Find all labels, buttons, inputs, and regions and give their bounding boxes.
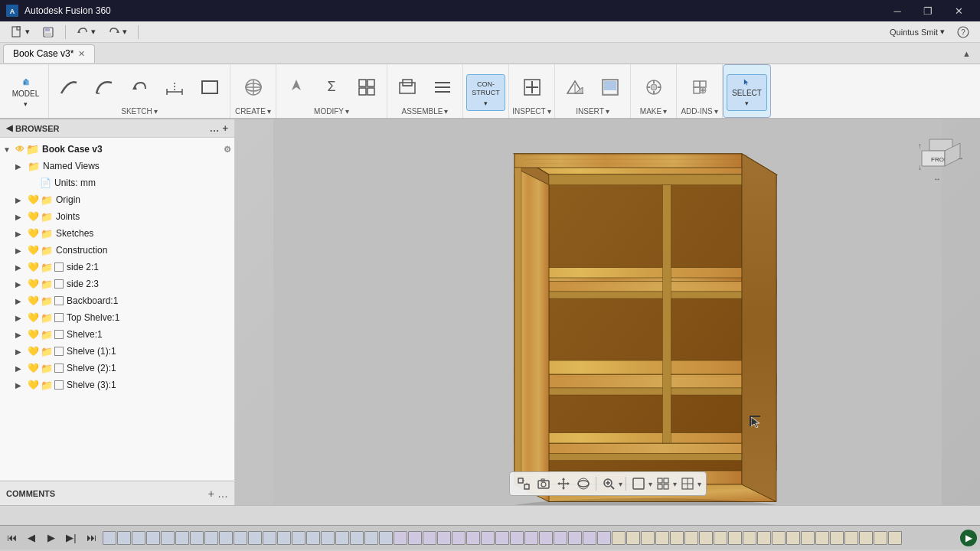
tree-item-joints[interactable]: ▶ 💛 📁 Joints [0, 208, 234, 225]
tree-item-construction[interactable]: ▶ 💛 📁 Construction [0, 242, 234, 259]
tree-item-named-views[interactable]: ▶ 📁 Named Views [0, 158, 234, 174]
topshelve1-expand[interactable]: ▶ [15, 314, 28, 322]
timeline-item[interactable] [626, 531, 640, 545]
timeline-item[interactable] [481, 531, 495, 545]
ribbon-group-assemble-label[interactable]: ASSEMBLE▾ [402, 107, 449, 118]
timeline-mark-button[interactable]: ▶ [960, 530, 977, 546]
timeline-item[interactable] [263, 531, 276, 545]
browser-options-button[interactable]: … [209, 122, 219, 134]
ribbon-btn-addins[interactable] [683, 69, 717, 106]
timeline-item[interactable] [714, 531, 727, 545]
timeline-item[interactable] [524, 531, 538, 545]
ribbon-group-create-label[interactable]: CREATE▾ [235, 107, 271, 118]
eye-icon-sketches[interactable]: 💛 [28, 228, 39, 239]
ribbon-btn-make[interactable] [637, 69, 671, 106]
tree-item-shelve31[interactable]: ▶ 💛 📁 Shelve (3):1 [0, 377, 234, 393]
timeline-item[interactable] [597, 531, 611, 545]
timeline-item[interactable] [670, 531, 684, 545]
comments-options-button[interactable]: … [217, 487, 228, 500]
ribbon-btn-arc[interactable] [87, 69, 121, 106]
timeline-item[interactable] [772, 531, 786, 545]
named-views-expand[interactable]: ▶ [15, 162, 28, 171]
grid-arrow[interactable]: ▾ [673, 480, 677, 488]
eye-icon-shelve31[interactable]: 💛 [28, 380, 39, 390]
ribbon-btn-rect[interactable] [193, 69, 227, 106]
eye-icon-origin[interactable]: 💛 [28, 194, 39, 205]
snap-arrow[interactable]: ▾ [697, 480, 701, 488]
eye-icon-side23[interactable]: 💛 [28, 279, 39, 289]
timeline-item[interactable] [466, 531, 480, 545]
ribbon-group-addins-label[interactable]: ADD-INS▾ [681, 107, 717, 118]
timeline-item[interactable] [786, 531, 800, 545]
browser-collapse-button[interactable]: ◀ [6, 123, 12, 133]
ribbon-btn-model[interactable]: MODEL ▾ [8, 74, 44, 111]
ribbon-group-sketch-label[interactable]: SKETCH▾ [121, 107, 158, 118]
eye-icon-backboard1[interactable]: 💛 [28, 295, 39, 306]
zoom-arrow[interactable]: ▾ [619, 480, 622, 488]
timeline-item[interactable] [728, 531, 742, 545]
tree-item-origin[interactable]: ▶ 💛 📁 Origin [0, 191, 234, 208]
ribbon-btn-dimension[interactable] [158, 69, 191, 106]
eye-icon-root[interactable]: 👁 [15, 144, 24, 155]
grid-dropdown[interactable]: ▾ [654, 474, 677, 493]
ribbon-btn-inspect[interactable] [515, 69, 549, 106]
tree-item-sketches[interactable]: ▶ 💛 📁 Sketches [0, 225, 234, 242]
tree-root[interactable]: ▼ 👁 📁 Book Case v3 ⚙ [0, 141, 234, 158]
snap-dropdown[interactable]: ▾ [678, 474, 701, 493]
timeline-item[interactable] [859, 531, 873, 545]
ribbon-group-inspect-label[interactable]: INSPECT▾ [512, 107, 550, 118]
eye-icon-joints[interactable]: 💛 [28, 211, 39, 222]
ribbon-btn-construct[interactable]: CON-STRUCT ▾ [466, 74, 505, 111]
timeline-item[interactable] [350, 531, 364, 545]
timeline-item[interactable] [364, 531, 378, 545]
tree-item-topshelve1[interactable]: ▶ 💛 📁 Top Shelve:1 [0, 309, 234, 326]
eye-icon-construction[interactable]: 💛 [28, 245, 39, 256]
timeline-item[interactable] [394, 531, 407, 545]
ribbon-btn-assemble1[interactable] [390, 69, 424, 106]
redo-button[interactable]: ▾ [103, 24, 132, 40]
timeline-item[interactable] [510, 531, 524, 545]
ribbon-btn-insert1[interactable] [558, 69, 592, 106]
ribbon-btn-insert2[interactable] [593, 69, 627, 106]
user-menu[interactable]: Quintus Smit ▾ [885, 25, 949, 38]
timeline-item[interactable] [132, 531, 145, 545]
document-tab[interactable]: Book Case v3* ✕ [3, 44, 95, 63]
timeline-item[interactable] [379, 531, 393, 545]
tree-item-shelve21[interactable]: ▶ 💛 📁 Shelve (2):1 [0, 360, 234, 377]
undo-arrow[interactable]: ▾ [91, 27, 96, 37]
timeline-item[interactable] [277, 531, 291, 545]
timeline-item[interactable] [190, 531, 204, 545]
timeline-end-button[interactable]: ⏭ [83, 530, 100, 546]
shelve21-expand[interactable]: ▶ [15, 364, 28, 373]
timeline-start-button[interactable]: ⏮ [3, 530, 20, 546]
timeline-item[interactable] [306, 531, 320, 545]
timeline-item[interactable] [495, 531, 509, 545]
timeline-item[interactable] [423, 531, 436, 545]
timeline-item[interactable] [321, 531, 335, 545]
timeline-item[interactable] [234, 531, 247, 545]
undo-button[interactable]: ▾ [72, 24, 100, 40]
tree-item-side21[interactable]: ▶ 💛 📁 side 2:1 [0, 259, 234, 276]
timeline-item[interactable] [801, 531, 815, 545]
new-arrow[interactable]: ▾ [25, 27, 30, 37]
eye-icon-shelve11[interactable]: 💛 [28, 346, 39, 357]
restore-button[interactable]: ❐ [913, 0, 943, 21]
eye-icon-side21[interactable]: 💛 [28, 262, 39, 272]
display-mode-dropdown[interactable]: ▾ [629, 474, 652, 493]
timeline-prev-button[interactable]: ◀ [23, 530, 40, 546]
timeline-item[interactable] [568, 531, 582, 545]
tree-item-shelve1[interactable]: ▶ 💛 📁 Shelve:1 [0, 326, 234, 343]
timeline-play-button[interactable]: ▶ [43, 530, 60, 546]
timeline-item[interactable] [408, 531, 422, 545]
tree-root-settings[interactable]: ⚙ [224, 145, 231, 155]
joints-expand[interactable]: ▶ [15, 213, 28, 221]
timeline-item[interactable] [437, 531, 451, 545]
timeline-item[interactable] [248, 531, 262, 545]
ribbon-btn-modify3[interactable] [350, 69, 384, 106]
pan-button[interactable] [554, 474, 573, 493]
zoom-button[interactable] [599, 474, 618, 493]
tab-close-button[interactable]: ✕ [78, 49, 85, 59]
close-button[interactable]: ✕ [943, 0, 974, 21]
ribbon-btn-assemble2[interactable] [426, 69, 459, 106]
ribbon-btn-create[interactable] [237, 69, 270, 106]
